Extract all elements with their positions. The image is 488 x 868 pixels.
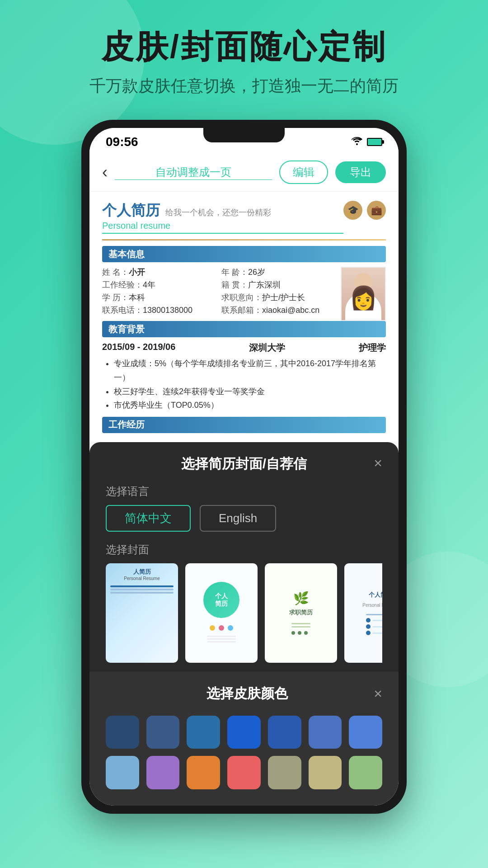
color-swatch-4[interactable] xyxy=(227,716,261,749)
cover-sheet-title: 选择简历封面/自荐信 xyxy=(106,455,382,473)
basic-info-bar: 基本信息 xyxy=(102,246,386,262)
color-swatch-13[interactable] xyxy=(309,756,342,789)
resume-icon-2: 💼 xyxy=(367,201,386,220)
edu-major: 护理学 xyxy=(359,342,386,354)
cover-label: 选择封面 xyxy=(106,542,382,557)
color-swatch-10[interactable] xyxy=(187,756,220,789)
status-time: 09:56 xyxy=(106,135,138,149)
cover-card-3[interactable]: 🌿 求职简历 xyxy=(265,563,337,663)
resume-subtitle: Personal resume xyxy=(102,221,343,234)
sub-title: 千万款皮肤任意切换，打造独一无二的简历 xyxy=(0,75,488,97)
color-swatch-5[interactable] xyxy=(268,716,301,749)
color-swatch-12[interactable] xyxy=(268,756,301,789)
edu-bar: 教育背景 xyxy=(102,321,386,337)
work-bar: 工作经历 xyxy=(102,417,386,433)
back-button[interactable]: ‹ xyxy=(102,163,108,182)
lang-buttons: 简体中文 English xyxy=(106,505,382,532)
color-sheet: 选择皮肤颜色 × xyxy=(89,672,399,806)
battery-icon xyxy=(367,138,382,146)
color-swatch-7[interactable] xyxy=(349,716,382,749)
cover-card-2[interactable]: 个人简历 xyxy=(185,563,258,663)
export-button[interactable]: 导出 xyxy=(335,161,386,183)
resume-icon-1: 🎓 xyxy=(343,201,362,220)
main-title: 皮肤/封面随心定制 xyxy=(0,27,488,66)
cover-card-1[interactable]: 人简历 Personal Resume xyxy=(106,563,178,663)
phone-mockup: 09:56 ‹ 自动调整成一页 编辑 导出 xyxy=(81,120,407,814)
color-swatch-6[interactable] xyxy=(309,716,342,749)
color-swatch-1[interactable] xyxy=(106,716,139,749)
cover-card-4[interactable]: 个人简历 Personal Resume xyxy=(344,563,382,663)
color-sheet-title: 选择皮肤颜色 xyxy=(120,684,374,703)
cover-sheet-close[interactable]: × xyxy=(374,455,382,472)
edu-date: 2015/09 - 2019/06 xyxy=(102,342,175,354)
cover-grid: 人简历 Personal Resume xyxy=(106,563,382,663)
color-swatch-9[interactable] xyxy=(146,756,180,789)
edit-button[interactable]: 编辑 xyxy=(279,160,328,184)
color-swatch-3[interactable] xyxy=(187,716,220,749)
notch xyxy=(203,128,285,142)
color-swatch-11[interactable] xyxy=(227,756,261,789)
resume-photo: 👩 xyxy=(341,267,386,321)
auto-adjust-button[interactable]: 自动调整成一页 xyxy=(115,165,272,180)
color-swatch-8[interactable] xyxy=(106,756,139,789)
app-header: ‹ 自动调整成一页 编辑 导出 xyxy=(89,153,399,192)
resume-main-title: 个人简历 xyxy=(102,201,160,221)
color-swatch-2[interactable] xyxy=(146,716,180,749)
lang-label: 选择语言 xyxy=(106,484,382,499)
edu-bullet-3: 市优秀毕业生（TOP0.05%） xyxy=(114,398,386,412)
lang-chinese-button[interactable]: 简体中文 xyxy=(106,505,191,532)
lang-english-button[interactable]: English xyxy=(200,505,276,532)
color-grid xyxy=(106,716,382,789)
status-bar: 09:56 xyxy=(89,128,399,153)
color-swatch-14[interactable] xyxy=(349,756,382,789)
resume-area: 个人简历 给我一个机会，还您一份精彩 Personal resume 🎓 💼 xyxy=(89,192,399,442)
resume-info-grid: 👩 姓 名：小开 年 龄：26岁 工作经验：4年 籍 贯：广东深圳 学 历：本科 xyxy=(102,267,386,316)
cover-sheet: 选择简历封面/自荐信 × 选择语言 简体中文 English 选择封面 人简历 xyxy=(89,442,399,672)
edu-bullet-2: 校三好学生、连续2年获得专业一等奖学金 xyxy=(114,385,386,399)
edu-bullet-1: 专业成绩：5%（每个学年成绩排名专业前三，其中2016-2017学年排名第一） xyxy=(114,357,386,384)
color-sheet-close[interactable]: × xyxy=(374,685,382,702)
edu-section: 2015/09 - 2019/06 深圳大学 护理学 专业成绩：5%（每个学年成… xyxy=(102,342,386,412)
edu-school: 深圳大学 xyxy=(249,342,285,354)
resume-tagline: 给我一个机会，还您一份精彩 xyxy=(165,207,271,218)
edu-bullets: 专业成绩：5%（每个学年成绩排名专业前三，其中2016-2017学年排名第一） … xyxy=(102,357,386,412)
wifi-icon xyxy=(352,136,362,148)
